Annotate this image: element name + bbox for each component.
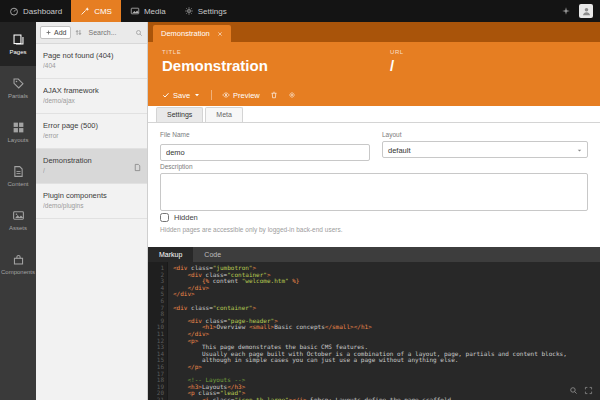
gear-icon <box>184 6 194 16</box>
page-item-url: /404 <box>43 62 140 70</box>
cms-side-nav: PagesPartialsLayoutsContentAssetsCompone… <box>0 22 36 400</box>
topbar-item-media[interactable]: Media <box>121 0 175 22</box>
sidebar-item-label: Components <box>1 269 35 275</box>
eye-icon <box>222 91 230 99</box>
page-list-item[interactable]: Page not found (404)/404 <box>36 44 147 79</box>
check-icon <box>162 91 170 99</box>
code-line: </p> <box>173 364 600 371</box>
description-textarea[interactable] <box>160 173 588 211</box>
hidden-help-text: Hidden pages are accessible only by logg… <box>160 226 588 233</box>
code-editor: Markup Code 1234567891011121314151617181… <box>148 247 600 400</box>
toolbar-divider <box>211 90 212 100</box>
close-icon[interactable] <box>217 31 223 37</box>
sidebar-item-label: Pages <box>9 49 26 55</box>
gear-icon <box>288 91 296 99</box>
topbar-item-label: Media <box>144 7 166 16</box>
tab-meta[interactable]: Meta <box>205 107 243 122</box>
tab-code[interactable]: Code <box>193 247 232 262</box>
page-list-item[interactable]: AJAX framework/demo/ajax <box>36 79 147 114</box>
pages-icon <box>12 33 25 46</box>
page-list: Page not found (404)/404AJAX framework/d… <box>36 44 147 219</box>
hidden-checkbox[interactable] <box>160 213 169 222</box>
tab-markup[interactable]: Markup <box>148 247 193 262</box>
url-field-label: URL <box>390 49 404 55</box>
page-item-title: Page not found (404) <box>43 51 140 60</box>
file-name-input[interactable] <box>160 144 370 161</box>
editor-tab-strip: Markup Code <box>148 247 600 262</box>
editor-corner-actions <box>569 386 593 395</box>
editor-search-icon[interactable] <box>569 386 578 395</box>
code-line: </div> <box>173 291 600 298</box>
document-tab[interactable]: Demonstration <box>153 25 231 42</box>
preview-button-label: Preview <box>233 91 260 100</box>
topbar-item-dashboard[interactable]: Dashboard <box>0 0 71 22</box>
sidebar-item-label: Content <box>7 181 28 187</box>
sidebar-item-partials[interactable]: Partials <box>0 66 36 110</box>
page-list-toolbar: Add <box>36 22 147 44</box>
search-icon[interactable] <box>135 29 143 37</box>
chevron-down-icon[interactable] <box>193 91 201 99</box>
document-settings-button[interactable] <box>288 91 296 99</box>
quick-access-icon[interactable] <box>561 6 571 16</box>
page-title[interactable]: Demonstration <box>162 57 268 74</box>
title-field-label: TITLE <box>162 49 181 55</box>
code-line: </div> <box>173 285 600 292</box>
sidebar-item-label: Layouts <box>7 137 28 143</box>
topbar-item-settings[interactable]: Settings <box>175 0 236 22</box>
description-label: Description <box>160 163 588 170</box>
page-list-item[interactable]: Error page (500)/error <box>36 114 147 149</box>
editor-code[interactable]: <div class="jumbotron"> <div class="cont… <box>168 262 600 400</box>
topbar: DashboardCMSMediaSettings <box>0 0 600 22</box>
topbar-item-cms[interactable]: CMS <box>71 0 121 22</box>
sidebar-item-label: Partials <box>8 93 28 99</box>
code-line: <div class="container"> <box>173 305 600 312</box>
editor-body[interactable]: 1234567891011121314151617181920212223242… <box>148 262 600 400</box>
sidebar-item-content[interactable]: Content <box>0 154 36 198</box>
page-url[interactable]: / <box>390 57 394 74</box>
settings-form: File Name Layout default Description Hid… <box>148 123 600 247</box>
page-item-title: Error page (500) <box>43 121 140 130</box>
user-icon <box>581 6 592 17</box>
layout-select[interactable]: default <box>382 141 588 158</box>
trash-icon <box>270 91 278 99</box>
delete-button[interactable] <box>270 91 278 99</box>
page-search <box>86 28 143 37</box>
fullscreen-icon[interactable] <box>584 386 593 395</box>
page-search-input[interactable] <box>86 28 133 37</box>
preview-button[interactable]: Preview <box>222 91 260 100</box>
content-icon <box>12 165 25 178</box>
topbar-menu: DashboardCMSMediaSettings <box>0 0 236 22</box>
doc-icon <box>133 158 142 167</box>
sidebar-item-label: Assets <box>9 225 27 231</box>
layouts-icon <box>12 121 25 134</box>
user-avatar[interactable] <box>579 4 593 18</box>
topbar-item-label: Settings <box>198 7 227 16</box>
sidebar-item-layouts[interactable]: Layouts <box>0 110 36 154</box>
add-page-button[interactable]: Add <box>40 26 71 39</box>
components-icon <box>12 253 25 266</box>
document-tab-strip: Demonstration <box>148 22 600 42</box>
sort-icon[interactable] <box>74 28 83 37</box>
topbar-right <box>561 0 600 22</box>
page-list-item[interactable]: Plugin components/demo/plugins <box>36 184 147 219</box>
save-button[interactable]: Save <box>162 91 201 100</box>
sidebar-item-assets[interactable]: Assets <box>0 198 36 242</box>
assets-icon <box>12 209 25 222</box>
hidden-checkbox-label: Hidden <box>174 213 198 222</box>
sidebar-item-pages[interactable]: Pages <box>0 22 36 66</box>
page-item-title: AJAX framework <box>43 86 140 95</box>
tab-settings[interactable]: Settings <box>156 107 203 122</box>
chevron-down-icon <box>576 147 583 154</box>
dashboard-icon <box>9 6 19 16</box>
code-line: {% content "welcome.htm" %} <box>173 278 600 285</box>
layout-label: Layout <box>382 131 588 138</box>
cms-icon <box>80 6 90 16</box>
file-name-label: File Name <box>160 131 370 138</box>
plus-icon <box>45 29 52 36</box>
sidebar-item-components[interactable]: Components <box>0 242 36 286</box>
document-toolbar: Save Preview <box>162 90 296 100</box>
form-tab-strip: Settings Meta <box>148 106 600 123</box>
page-list-item[interactable]: Demonstration/ <box>36 149 147 184</box>
add-page-label: Add <box>54 29 66 36</box>
code-line: </div> <box>173 331 600 338</box>
